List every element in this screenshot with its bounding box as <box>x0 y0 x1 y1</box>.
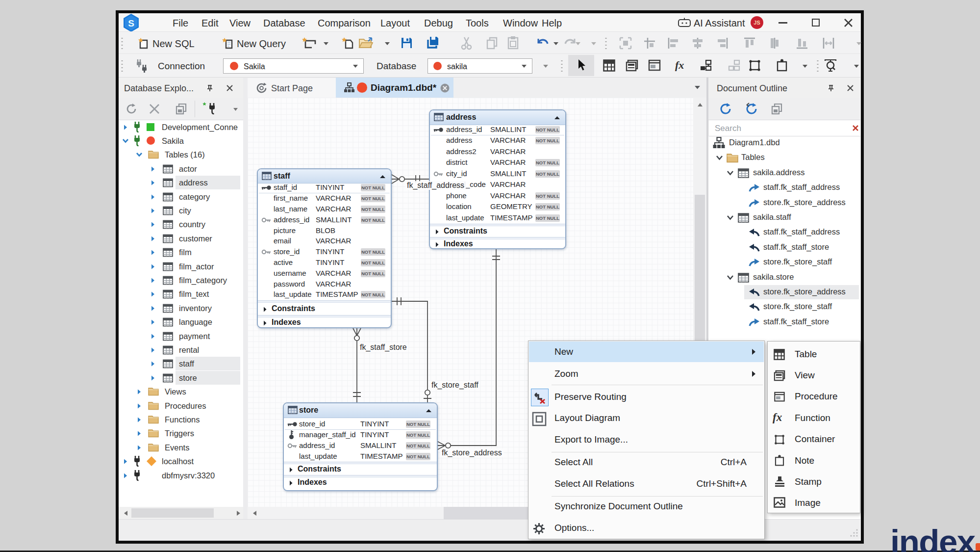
svg-text:S: S <box>128 18 134 28</box>
